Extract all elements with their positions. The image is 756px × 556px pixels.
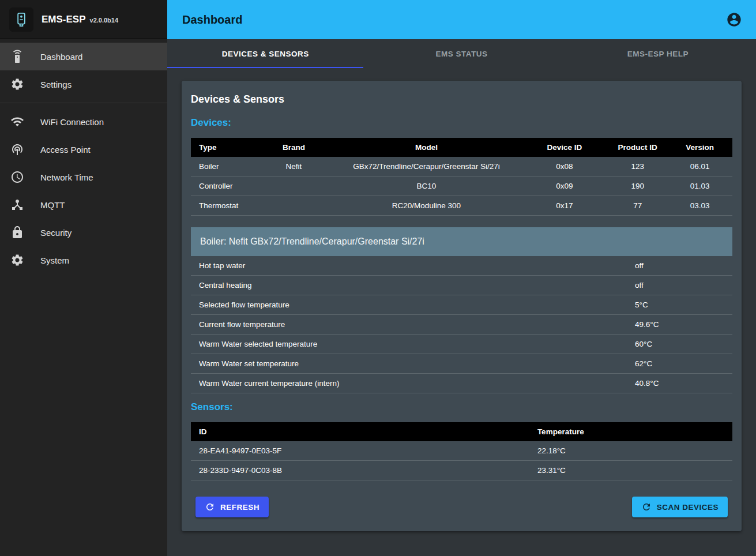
cell-product-id: 77	[608, 196, 667, 216]
cell-device-id: 0x09	[521, 176, 608, 196]
app-name: EMS-ESP	[42, 14, 86, 25]
table-row: Controller BC10 0x09 190 01.03	[191, 176, 732, 196]
cell-model: GBx72/Trendline/Cerapur/Greenstar Si/27i	[332, 157, 521, 176]
list-item: Selected flow temperature 5°C	[191, 295, 732, 315]
cell-version: 03.03	[667, 196, 732, 216]
value-text: 5°C	[635, 295, 732, 315]
cell-model: BC10	[332, 176, 521, 196]
column-header: Temperature	[529, 422, 732, 441]
sidebar-item-access-point[interactable]: Access Point	[0, 136, 167, 163]
page-title: Dashboard	[182, 13, 242, 27]
device-hub-icon	[10, 198, 24, 212]
cell-version: 06.01	[667, 157, 732, 176]
value-text: off	[635, 276, 732, 295]
sidebar-item-wifi-connection[interactable]: WiFi Connection	[0, 108, 167, 136]
cell-sensor-id: 28-EA41-9497-0E03-5F	[191, 441, 529, 461]
sensors-table: ID Temperature 28-EA41-9497-0E03-5F 22.1…	[191, 422, 732, 480]
sidebar-item-label: Dashboard	[40, 52, 82, 62]
table-row: 28-EA41-9497-0E03-5F 22.18°C	[191, 441, 732, 461]
cell-device-id: 0x08	[521, 157, 608, 176]
main-column: Dashboard DEVICES & SENSORS EMS STATUS E…	[167, 0, 756, 556]
value-label: Selected flow temperature	[191, 295, 635, 315]
sidebar-nav: Dashboard Settings WiFi Connection Acces	[0, 39, 167, 274]
sidebar-item-settings[interactable]: Settings	[0, 70, 167, 98]
column-header: Device ID	[521, 138, 608, 157]
list-item: Warm Water selected temperature 60°C	[191, 335, 732, 354]
cell-temperature: 23.31°C	[529, 461, 732, 480]
app-title: EMS-ESP v2.0.0b14	[42, 14, 118, 25]
cell-brand	[256, 176, 332, 196]
sidebar-item-label: Security	[40, 228, 72, 238]
refresh-icon	[641, 502, 652, 512]
tab-ems-esp-help[interactable]: EMS-ESP HELP	[560, 39, 756, 68]
value-label: Central heating	[191, 276, 635, 295]
value-label: Hot tap water	[191, 256, 635, 276]
sidebar-item-network-time[interactable]: Network Time	[0, 163, 167, 191]
list-item: Warm Water current temperature (intern) …	[191, 374, 732, 393]
sidebar: EMS-ESP v2.0.0b14 Dashboard Settings	[0, 0, 167, 556]
lock-icon	[10, 226, 24, 239]
wifi-tethering-icon	[10, 142, 24, 156]
value-text: off	[635, 256, 732, 276]
app-version: v2.0.0b14	[90, 17, 119, 24]
devices-table: Type Brand Model Device ID Product ID Ve…	[191, 138, 732, 216]
sidebar-item-security[interactable]: Security	[0, 219, 167, 246]
boiler-values-table: Hot tap water off Central heating off Se…	[191, 256, 732, 393]
sidebar-item-label: MQTT	[40, 200, 65, 210]
tab-devices-sensors[interactable]: DEVICES & SENSORS	[167, 39, 363, 68]
value-text: 49.6°C	[635, 315, 732, 335]
table-row: Thermostat RC20/Moduline 300 0x17 77 03.…	[191, 196, 732, 216]
tab-ems-status[interactable]: EMS STATUS	[363, 39, 559, 68]
sidebar-item-mqtt[interactable]: MQTT	[0, 191, 167, 219]
value-label: Warm Water set temperature	[191, 354, 635, 374]
cell-brand	[256, 196, 332, 216]
sidebar-item-label: Access Point	[40, 145, 91, 155]
cell-brand: Nefit	[256, 157, 332, 176]
clock-icon	[10, 170, 24, 184]
scan-devices-button[interactable]: SCAN DEVICES	[632, 497, 728, 517]
column-header: Product ID	[608, 138, 667, 157]
column-header: Model	[332, 138, 521, 157]
boiler-section-header: Boiler: Nefit GBx72/Trendline/Cerapur/Gr…	[191, 227, 732, 256]
devices-heading: Devices:	[191, 117, 732, 129]
wifi-icon	[10, 115, 24, 129]
app-logo-icon	[9, 7, 33, 32]
sidebar-header: EMS-ESP v2.0.0b14	[0, 0, 167, 39]
table-row: Boiler Nefit GBx72/Trendline/Cerapur/Gre…	[191, 157, 732, 176]
cell-product-id: 190	[608, 176, 667, 196]
sidebar-item-label: Settings	[40, 80, 72, 89]
refresh-icon	[205, 502, 215, 512]
value-text: 40.8°C	[635, 374, 732, 393]
column-header: Version	[667, 138, 732, 157]
gear-icon	[10, 253, 24, 267]
card-title: Devices & Sensors	[191, 93, 732, 106]
devices-table-header: Type Brand Model Device ID Product ID Ve…	[191, 138, 732, 157]
refresh-button[interactable]: REFRESH	[195, 497, 269, 517]
table-row: 28-233D-9497-0C03-8B 23.31°C	[191, 461, 732, 480]
account-icon[interactable]	[726, 12, 742, 28]
app-bar: Dashboard	[167, 0, 756, 39]
cell-model: RC20/Moduline 300	[332, 196, 521, 216]
value-text: 60°C	[635, 335, 732, 354]
cell-product-id: 123	[608, 157, 667, 176]
list-item: Central heating off	[191, 276, 732, 295]
column-header: Type	[191, 138, 256, 157]
content-area: Devices & Sensors Devices: Type Brand Mo…	[167, 68, 756, 556]
sidebar-item-dashboard[interactable]: Dashboard	[0, 43, 167, 70]
refresh-button-label: REFRESH	[220, 503, 259, 512]
cell-type: Boiler	[191, 157, 256, 176]
sidebar-item-label: WiFi Connection	[40, 117, 104, 127]
sidebar-item-label: System	[40, 256, 69, 265]
cell-sensor-id: 28-233D-9497-0C03-8B	[191, 461, 529, 480]
column-header: Brand	[256, 138, 332, 157]
cell-temperature: 22.18°C	[529, 441, 732, 461]
tab-bar: DEVICES & SENSORS EMS STATUS EMS-ESP HEL…	[167, 39, 756, 68]
scan-devices-button-label: SCAN DEVICES	[657, 503, 719, 512]
sensors-heading: Sensors:	[191, 401, 732, 413]
value-text: 62°C	[635, 354, 732, 374]
value-label: Warm Water selected temperature	[191, 335, 635, 354]
sidebar-item-system[interactable]: System	[0, 246, 167, 274]
cell-device-id: 0x17	[521, 196, 608, 216]
column-header: ID	[191, 422, 529, 441]
list-item: Warm Water set temperature 62°C	[191, 354, 732, 374]
